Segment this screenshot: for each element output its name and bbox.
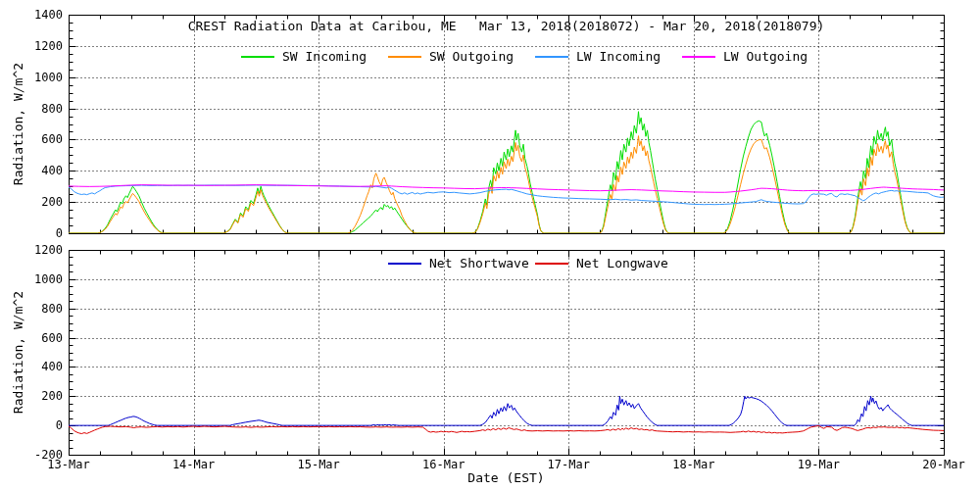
radiation-plot-page: CREST Radiation Data at Caribou, ME Mar …: [0, 0, 980, 490]
y-tick-label: 0: [14, 226, 63, 240]
y-tick-label: 600: [14, 132, 63, 146]
legend-label-net-shortwave: Net Shortwave: [429, 256, 529, 270]
legend-swatch-lw-outgoing: [682, 56, 715, 58]
legend-swatch-lw-incoming: [535, 56, 568, 58]
legend-label-sw-outgoing: SW Outgoing: [429, 49, 514, 64]
y-tick-label: 0: [14, 418, 63, 432]
y-tick-label: 1000: [14, 272, 63, 286]
x-tick-label: 15-Mar: [287, 458, 350, 471]
legend-swatch-net-longwave: [535, 263, 568, 265]
y-tick-label: 1200: [14, 243, 63, 257]
y-tick-label: 600: [14, 331, 63, 345]
x-tick-label: 14-Mar: [163, 458, 225, 471]
radiation-chart-canvas: [0, 0, 980, 490]
legend-label-net-longwave: Net Longwave: [576, 256, 668, 270]
y-tick-label: 800: [14, 102, 63, 116]
y-tick-label: 400: [14, 164, 63, 177]
legend-item-sw-incoming: SW Incoming: [241, 49, 367, 64]
y-tick-label: 200: [14, 195, 63, 209]
legend-swatch-sw-incoming: [241, 56, 274, 58]
x-tick-label: 20-Mar: [912, 458, 975, 471]
x-tick-label: 17-Mar: [537, 458, 600, 471]
x-tick-label: 16-Mar: [413, 458, 475, 471]
x-tick-label: 13-Mar: [37, 458, 100, 471]
legend-item-lw-incoming: LW Incoming: [535, 49, 661, 64]
legend-item-net-shortwave: Net Shortwave: [388, 256, 529, 270]
legend-swatch-net-shortwave: [388, 263, 421, 265]
y-tick-label: 800: [14, 302, 63, 316]
legend-item-sw-outgoing: SW Outgoing: [388, 49, 514, 64]
legend-swatch-sw-outgoing: [388, 56, 421, 58]
y-tick-label: 200: [14, 389, 63, 403]
legend-label-sw-incoming: SW Incoming: [282, 49, 367, 64]
x-axis-label: Date (EST): [69, 470, 944, 485]
y-tick-label: 1000: [14, 71, 63, 84]
legend-label-lw-outgoing: LW Outgoing: [723, 49, 808, 64]
legend-item-lw-outgoing: LW Outgoing: [682, 49, 808, 64]
chart-title: CREST Radiation Data at Caribou, ME Mar …: [69, 19, 944, 33]
y-tick-label: 1400: [14, 8, 63, 22]
legend-label-lw-incoming: LW Incoming: [576, 49, 661, 64]
y-tick-label: 1200: [14, 39, 63, 53]
legend-item-net-longwave: Net Longwave: [535, 256, 668, 270]
x-tick-label: 19-Mar: [787, 458, 850, 471]
x-tick-label: 18-Mar: [662, 458, 725, 471]
y-tick-label: 400: [14, 360, 63, 373]
